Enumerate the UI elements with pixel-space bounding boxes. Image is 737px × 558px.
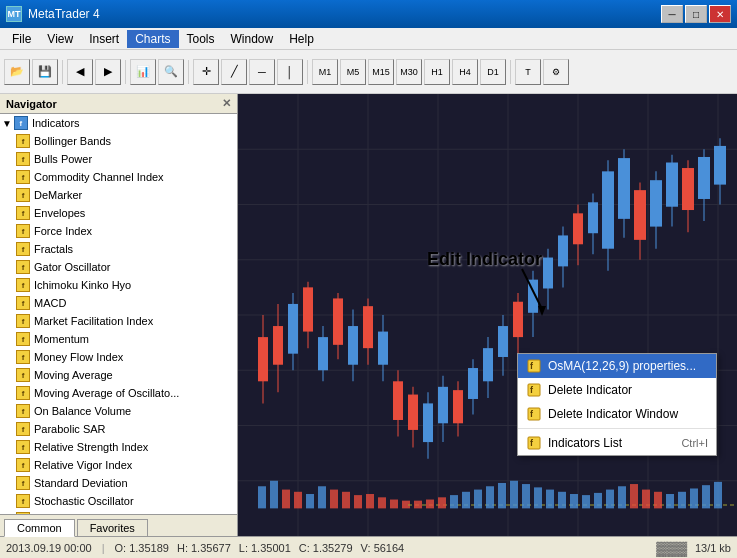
minimize-button[interactable]: ─ bbox=[661, 5, 683, 23]
ctx-indicators-list[interactable]: f Indicators List Ctrl+I bbox=[518, 431, 716, 455]
menu-charts[interactable]: Charts bbox=[127, 30, 178, 48]
svg-rect-103 bbox=[558, 492, 566, 509]
nav-indicator-icon: f bbox=[16, 476, 30, 490]
menu-window[interactable]: Window bbox=[223, 30, 282, 48]
nav-item-stddev[interactable]: f Standard Deviation bbox=[0, 474, 237, 492]
toolbar-zoom[interactable]: 🔍 bbox=[158, 59, 184, 85]
svg-rect-68 bbox=[650, 180, 662, 226]
svg-rect-108 bbox=[618, 486, 626, 508]
menu-file[interactable]: File bbox=[4, 30, 39, 48]
nav-item-mfi-market[interactable]: f Market Facilitation Index bbox=[0, 312, 237, 330]
toolbar-period-h4[interactable]: H4 bbox=[452, 59, 478, 85]
toolbar-hline[interactable]: ─ bbox=[249, 59, 275, 85]
nav-item-bollinger[interactable]: f Bollinger Bands bbox=[0, 132, 237, 150]
ctx-delete-window-label: Delete Indicator Window bbox=[548, 407, 708, 421]
toolbar-vline[interactable]: │ bbox=[277, 59, 303, 85]
maximize-button[interactable]: □ bbox=[685, 5, 707, 23]
navigator-panel: Navigator ✕ ▼ f Indicators f Bollinger B… bbox=[0, 94, 238, 536]
nav-item-envelopes[interactable]: f Envelopes bbox=[0, 204, 237, 222]
menu-view[interactable]: View bbox=[39, 30, 81, 48]
close-button[interactable]: ✕ bbox=[709, 5, 731, 23]
nav-item-rsi[interactable]: f Relative Strength Index bbox=[0, 438, 237, 456]
ctx-separator bbox=[518, 428, 716, 429]
svg-rect-66 bbox=[634, 190, 646, 240]
svg-rect-42 bbox=[453, 390, 463, 423]
svg-rect-88 bbox=[390, 500, 398, 509]
nav-item-demarker[interactable]: f DeMarker bbox=[0, 186, 237, 204]
menu-insert[interactable]: Insert bbox=[81, 30, 127, 48]
navigator-close[interactable]: ✕ bbox=[222, 97, 231, 110]
toolbar-period-m1[interactable]: M1 bbox=[312, 59, 338, 85]
tab-favorites[interactable]: Favorites bbox=[77, 519, 148, 536]
toolbar-period-m15[interactable]: M15 bbox=[368, 59, 394, 85]
ctx-list-icon: f bbox=[526, 435, 542, 451]
svg-rect-84 bbox=[342, 492, 350, 509]
toolbar-templates[interactable]: T bbox=[515, 59, 541, 85]
status-bars-icon: ▓▓▓ bbox=[656, 540, 687, 556]
status-open: O: 1.35189 bbox=[115, 542, 169, 554]
toolbar-period-m5[interactable]: M5 bbox=[340, 59, 366, 85]
svg-rect-30 bbox=[363, 306, 373, 348]
ctx-list-shortcut: Ctrl+I bbox=[681, 437, 708, 449]
nav-item-bulls[interactable]: f Bulls Power bbox=[0, 150, 237, 168]
toolbar: 📂 💾 ◀ ▶ 📊 🔍 ✛ ╱ ─ │ M1 M5 M15 M30 H1 H4 … bbox=[0, 50, 737, 94]
svg-rect-115 bbox=[702, 485, 710, 508]
toolbar-crosshair[interactable]: ✛ bbox=[193, 59, 219, 85]
chart-area[interactable]: Edit Indicator f OsMA(12,26,9) propertie… bbox=[238, 94, 737, 536]
nav-item-ma[interactable]: f Moving Average bbox=[0, 366, 237, 384]
svg-rect-85 bbox=[354, 495, 362, 508]
ctx-osma-properties[interactable]: f OsMA(12,26,9) properties... bbox=[518, 354, 716, 378]
svg-rect-46 bbox=[483, 348, 493, 381]
svg-rect-18 bbox=[273, 326, 283, 365]
nav-item-momentum[interactable]: f Momentum bbox=[0, 330, 237, 348]
nav-item-mfi-money[interactable]: f Money Flow Index bbox=[0, 348, 237, 366]
toolbar-back[interactable]: ◀ bbox=[67, 59, 93, 85]
title-text: MetaTrader 4 bbox=[28, 7, 100, 21]
tab-common[interactable]: Common bbox=[4, 519, 75, 537]
toolbar-indicators[interactable]: ⚙ bbox=[543, 59, 569, 85]
toolbar-new[interactable]: 📂 bbox=[4, 59, 30, 85]
nav-indicator-icon: f bbox=[16, 332, 30, 346]
nav-section-common[interactable]: ▼ f Indicators bbox=[0, 114, 237, 132]
nav-item-macd[interactable]: f MACD bbox=[0, 294, 237, 312]
nav-folder-icon: f bbox=[14, 116, 28, 130]
svg-rect-105 bbox=[582, 495, 590, 508]
svg-rect-36 bbox=[408, 395, 418, 430]
svg-rect-58 bbox=[573, 213, 583, 244]
nav-item-force[interactable]: f Force Index bbox=[0, 222, 237, 240]
toolbar-forward[interactable]: ▶ bbox=[95, 59, 121, 85]
nav-item-cci[interactable]: f Commodity Channel Index bbox=[0, 168, 237, 186]
svg-rect-111 bbox=[654, 492, 662, 509]
menu-help[interactable]: Help bbox=[281, 30, 322, 48]
toolbar-period-m30[interactable]: M30 bbox=[396, 59, 422, 85]
svg-rect-100 bbox=[522, 484, 530, 508]
svg-rect-102 bbox=[546, 490, 554, 509]
svg-rect-38 bbox=[423, 403, 433, 442]
svg-rect-110 bbox=[642, 490, 650, 509]
toolbar-save[interactable]: 💾 bbox=[32, 59, 58, 85]
svg-rect-56 bbox=[558, 235, 568, 266]
menu-tools[interactable]: Tools bbox=[179, 30, 223, 48]
nav-item-rvi[interactable]: f Relative Vigor Index bbox=[0, 456, 237, 474]
toolbar-period-h1[interactable]: H1 bbox=[424, 59, 450, 85]
nav-item-osma[interactable]: f Moving Average of Oscillato... bbox=[0, 384, 237, 402]
nav-item-stoch[interactable]: f Stochastic Oscillator bbox=[0, 492, 237, 510]
nav-item-ichimoku[interactable]: f Ichimoku Kinko Hyo bbox=[0, 276, 237, 294]
nav-item-gator[interactable]: f Gator Oscillator bbox=[0, 258, 237, 276]
status-low: L: 1.35001 bbox=[239, 542, 291, 554]
ctx-delete-window[interactable]: f Delete Indicator Window bbox=[518, 402, 716, 426]
svg-rect-72 bbox=[682, 168, 694, 210]
nav-indicator-icon: f bbox=[16, 494, 30, 508]
nav-item-obv[interactable]: f On Balance Volume bbox=[0, 402, 237, 420]
toolbar-line[interactable]: ╱ bbox=[221, 59, 247, 85]
toolbar-chart[interactable]: 📊 bbox=[130, 59, 156, 85]
status-high: H: 1.35677 bbox=[177, 542, 231, 554]
ctx-list-label: Indicators List bbox=[548, 436, 667, 450]
main-area: Navigator ✕ ▼ f Indicators f Bollinger B… bbox=[0, 94, 737, 536]
navigator-list[interactable]: ▼ f Indicators f Bollinger Bands f Bulls… bbox=[0, 114, 237, 514]
svg-rect-44 bbox=[468, 368, 478, 399]
toolbar-period-d1[interactable]: D1 bbox=[480, 59, 506, 85]
nav-item-sar[interactable]: f Parabolic SAR bbox=[0, 420, 237, 438]
ctx-delete-indicator[interactable]: f Delete Indicator bbox=[518, 378, 716, 402]
nav-item-fractals[interactable]: f Fractals bbox=[0, 240, 237, 258]
